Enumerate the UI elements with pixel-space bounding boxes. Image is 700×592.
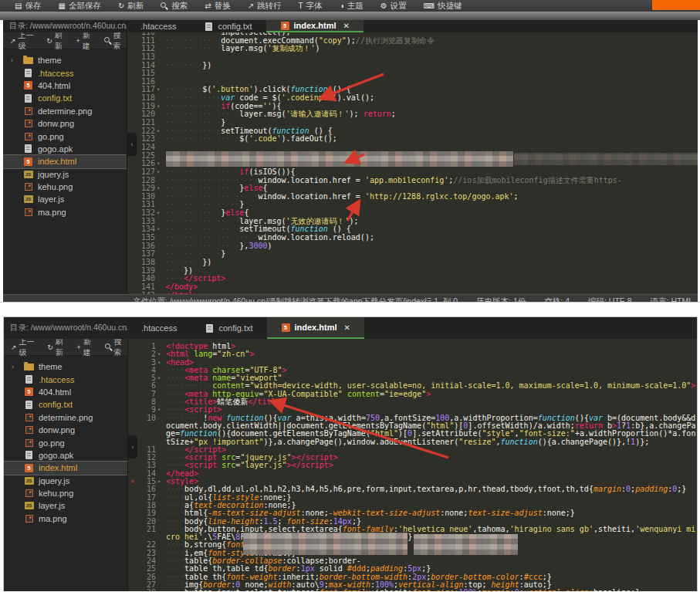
js-file-icon: JS (24, 502, 34, 509)
sidebar-item-determine.png[interactable]: determine.png (3, 105, 127, 117)
tab-config.txt[interactable]: config.txt (190, 20, 265, 32)
sidebar-action-上一级[interactable]: ↗上一级 (10, 32, 38, 52)
code-line: 140····</script> (127, 275, 698, 283)
fold-marker-icon[interactable]: ▾ (156, 350, 162, 358)
fold-marker-icon[interactable]: ▾ (155, 103, 161, 111)
html-file-icon: 5 (24, 464, 34, 472)
code-line: 10········!new function(){var a=this;a.w… (128, 414, 697, 446)
fold-marker-icon[interactable]: ▾ (155, 127, 161, 136)
sidebar-action-新建[interactable]: +新建 (76, 32, 95, 52)
file-icon (23, 69, 33, 77)
fold-marker-icon[interactable]: ▾ (155, 86, 161, 94)
toolbar-label: 搜索 (171, 1, 188, 12)
line-number-gutter: 138 (127, 259, 163, 267)
sidebar-action-新建[interactable]: +新建 (76, 339, 96, 358)
file-icon (24, 401, 34, 409)
tab-index.html[interactable]: 5index.html✕ (266, 20, 364, 32)
fold-marker-icon[interactable]: ▾ (155, 160, 161, 168)
fold-marker-icon[interactable]: ▾ (156, 478, 162, 485)
toolbar-刷新[interactable]: ↻刷新 (110, 0, 152, 12)
image-file-icon (23, 208, 33, 216)
sidebar-item-.htaccess[interactable]: .htaccess (4, 373, 127, 385)
fold-marker-icon[interactable]: ▾ (156, 359, 162, 367)
image-file-icon (24, 414, 34, 421)
toolbar-label: 主题 (347, 1, 364, 12)
sidebar-item-index.html[interactable]: 5index.html (4, 462, 127, 474)
file-name: determine.png (39, 413, 93, 422)
tab-.htaccess[interactable]: .htaccess (127, 317, 191, 339)
line-number-gutter: 20 (128, 518, 164, 526)
sidebar-item-kehu.png[interactable]: kehu.png (4, 487, 127, 499)
status-line-col: 行 1, 列 0 (424, 296, 458, 303)
code-line: 112············layer.msg('复制成功！') (127, 45, 698, 53)
sidebar-item-go.png[interactable]: go.png (4, 436, 127, 448)
sidebar-item-index.html[interactable]: 5index.html (3, 155, 127, 167)
toolbar-保存[interactable]: ▤保存 (6, 0, 49, 12)
chevron-right-icon[interactable]: › (12, 363, 19, 370)
sidebar-item-jquery.js[interactable]: JSjquery.js (4, 475, 127, 487)
fold-marker-icon[interactable]: ▾ (156, 374, 162, 382)
tab-index.html[interactable]: 5index.html✕ (267, 317, 364, 339)
sidebar-action-刷新[interactable]: ↻刷新 (46, 32, 67, 52)
chevron-right-icon[interactable]: › (11, 56, 19, 64)
status-language[interactable]: 语言: HTML (651, 296, 693, 303)
sidebar-item-config.txt[interactable]: config.txt (4, 398, 127, 411)
line-number-gutter: 8 (128, 398, 164, 406)
image-file-icon (24, 489, 34, 497)
fold-marker-icon[interactable]: ▾ (155, 168, 161, 177)
status-spaces[interactable]: 空格: 4 (544, 296, 570, 303)
sidebar-action-上一级[interactable]: ↗上一级 (11, 339, 39, 358)
sidebar-item-gogo.apk[interactable]: gogo.apk (4, 449, 127, 462)
file-name: index.html (38, 157, 76, 166)
toolbar-搜索[interactable]: 搜索 (152, 0, 196, 12)
fold-marker-icon[interactable]: ▾ (155, 209, 161, 218)
sidebar-item-404.html[interactable]: 5404.html (3, 79, 127, 92)
sidebar-item-theme[interactable]: ›theme (3, 54, 127, 66)
save-all-icon: ▦ (58, 2, 65, 10)
tab-.htaccess[interactable]: .htaccess (127, 20, 190, 32)
sidebar-collapse-handle[interactable]: ‹ (127, 133, 137, 156)
toolbar-全部保存[interactable]: ▦全部保存 (49, 0, 109, 12)
refresh-icon: ↻ (47, 343, 53, 351)
censor-block (414, 534, 518, 555)
fold-marker-icon[interactable]: ▾ (156, 406, 162, 414)
toolbar-跳转行[interactable]: ↗跳转行 (239, 0, 290, 12)
image-file-icon (23, 133, 33, 140)
code-editor[interactable]: 1<!doctype html>2▾<html lang="zh-cn">3▾<… (128, 339, 697, 591)
sidebar-item-go.png[interactable]: go.png (3, 130, 127, 142)
sidebar-item-kehu.png[interactable]: kehu.png (3, 181, 127, 193)
tab-config.txt[interactable]: config.txt (191, 317, 266, 339)
toolbar-设置[interactable]: ⚙设置 (372, 0, 415, 12)
close-icon[interactable]: ✕ (344, 323, 350, 332)
file-name: go.png (39, 438, 65, 448)
sidebar-item-ma.png[interactable]: ma.png (3, 206, 127, 218)
toolbar-替换[interactable]: ⇄替换 (196, 0, 238, 12)
sidebar-collapse-handle[interactable]: ‹ (128, 435, 137, 458)
sidebar-item-theme[interactable]: ›theme (4, 360, 127, 373)
toolbar-主题[interactable]: ◑主题 (331, 0, 372, 12)
sidebar-item-determine.png[interactable]: determine.png (4, 411, 127, 424)
sidebar-item-layer.js[interactable]: JSlayer.js (4, 499, 127, 512)
sidebar-item-donw.png[interactable]: donw.png (3, 117, 127, 130)
status-history[interactable]: 历史版本: 1份 (476, 296, 526, 303)
fold-marker-icon[interactable]: ▾ (155, 225, 161, 234)
sidebar-action-搜索[interactable]: 搜索 (105, 339, 127, 358)
sidebar-item-config.txt[interactable]: config.txt (3, 92, 127, 104)
line-number-gutter: 113 (127, 53, 163, 62)
fold-marker-icon[interactable]: ▾ (155, 184, 161, 193)
sidebar-item-gogo.apk[interactable]: gogo.apk (3, 143, 127, 155)
sidebar-item-ma.png[interactable]: ma.png (4, 513, 127, 525)
up-level-icon: ↗ (11, 343, 17, 351)
toolbar-字体[interactable]: T字体 (290, 0, 331, 12)
status-encoding[interactable]: 编码: UTF-8 (588, 296, 632, 303)
sidebar-item-jquery.js[interactable]: JSjquery.js (3, 168, 127, 181)
sidebar-item-.htaccess[interactable]: .htaccess (3, 66, 127, 79)
sidebar-item-layer.js[interactable]: JSlayer.js (3, 193, 127, 205)
toolbar-快捷键[interactable]: ⌨快捷键 (415, 0, 471, 12)
main-toolbar: ▤保存▦全部保存↻刷新搜索⇄替换↗跳转行T字体◑主题⚙设置⌨快捷键 (0, 0, 700, 12)
sidebar-action-刷新[interactable]: ↻刷新 (47, 339, 68, 358)
close-icon[interactable]: ✕ (343, 22, 350, 30)
sidebar-item-404.html[interactable]: 5404.html (4, 386, 127, 398)
sidebar-action-搜索[interactable]: 搜索 (104, 32, 127, 52)
sidebar-item-donw.png[interactable]: donw.png (4, 424, 127, 436)
